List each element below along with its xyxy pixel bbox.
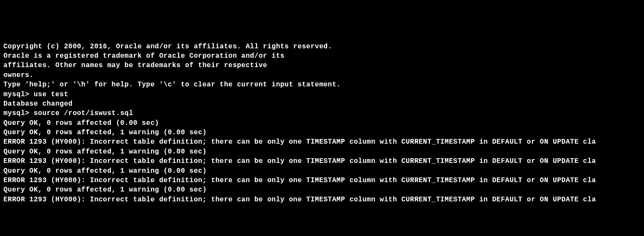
- terminal-line: Query OK, 0 rows affected, 1 warning (0.…: [3, 128, 641, 137]
- terminal-line: Copyright (c) 2000, 2016, Oracle and/or …: [3, 42, 641, 51]
- terminal-error-line: ERROR 1293 (HY000): Incorrect table defi…: [3, 176, 641, 185]
- terminal-line: Query OK, 0 rows affected, 1 warning (0.…: [3, 166, 641, 176]
- terminal-output[interactable]: Copyright (c) 2000, 2016, Oracle and/or …: [3, 42, 641, 205]
- terminal-error-line: ERROR 1293 (HY000): Incorrect table defi…: [3, 137, 641, 147]
- terminal-prompt-line: mysql> use test: [3, 90, 641, 99]
- terminal-line: owners.: [3, 71, 641, 80]
- terminal-line: Query OK, 0 rows affected, 1 warning (0.…: [3, 147, 641, 156]
- terminal-line: Query OK, 0 rows affected (0.00 sec): [3, 118, 641, 128]
- terminal-line: Database changed: [3, 99, 641, 109]
- terminal-error-line: ERROR 1293 (HY000): Incorrect table defi…: [3, 156, 641, 166]
- terminal-line: Type 'help;' or '\h' for help. Type '\c'…: [3, 80, 641, 89]
- terminal-error-line: ERROR 1293 (HY000): Incorrect table defi…: [3, 195, 641, 204]
- terminal-line: affiliates. Other names may be trademark…: [3, 61, 641, 70]
- terminal-line: Query OK, 0 rows affected, 1 warning (0.…: [3, 185, 641, 195]
- terminal-prompt-line: mysql> source /root/iswust.sql: [3, 109, 641, 118]
- terminal-line: Oracle is a registered trademark of Orac…: [3, 51, 641, 61]
